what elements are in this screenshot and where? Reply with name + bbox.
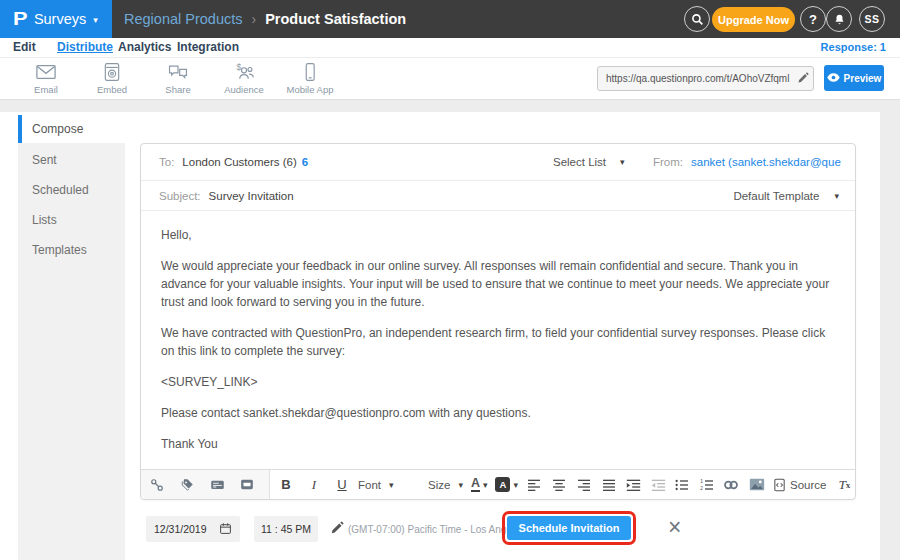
breadcrumb: Regional Products › Product Satisfaction	[124, 0, 406, 38]
top-bar: P Surveys ▾ Regional Products › Product …	[0, 0, 900, 38]
schedule-button-highlight: Schedule Invitation	[502, 511, 636, 545]
sidebar-item-compose[interactable]: Compose	[18, 115, 125, 143]
calendar-icon	[219, 522, 232, 537]
mobile-phone-icon	[277, 62, 343, 82]
tab-analytics[interactable]: Analytics	[118, 38, 171, 58]
time-value: 11 : 45 PM	[261, 523, 311, 535]
body-paragraph: We have contracted with QuestionPro, an …	[161, 324, 835, 360]
sidebar-item-lists[interactable]: Lists	[18, 205, 125, 235]
bold-button[interactable]: B	[278, 474, 294, 496]
body-paragraph: We would appreciate your feedback in our…	[161, 257, 835, 311]
email-body-editor[interactable]: Hello, We would appreciate your feedback…	[141, 211, 855, 468]
align-left-icon[interactable]	[526, 474, 542, 496]
tab-distribute[interactable]: Distribute	[57, 38, 113, 58]
body-paragraph: <SURVEY_LINK>	[161, 373, 835, 391]
pencil-icon	[797, 70, 809, 88]
hyperlink-icon[interactable]	[723, 474, 739, 496]
edit-time-button[interactable]	[330, 521, 344, 539]
survey-nav-tabs: Edit Distribute Analytics Integration Re…	[0, 38, 900, 58]
bell-icon	[833, 13, 846, 26]
editor-toolbar: B I U Font ▾ Size ▾ A ▾ A ▾	[141, 469, 855, 499]
recipients-row: To: London Customers (6) 6 Select List ▾…	[141, 144, 855, 181]
insert-tools-group	[141, 470, 270, 499]
select-list-dropdown[interactable]: Select List ▾	[553, 156, 625, 168]
schedule-date-field[interactable]: 12/31/2019	[146, 516, 240, 542]
bg-color-dropdown[interactable]: A ▾	[495, 477, 518, 492]
indent-icon[interactable]	[625, 474, 641, 496]
notifications-button[interactable]	[826, 6, 852, 32]
timezone-label: (GMT-07:00) Pacific Time - Los Angeles	[348, 524, 525, 535]
source-label: Source	[790, 479, 826, 491]
embed-icon	[79, 62, 145, 82]
schedule-time-field[interactable]: 11 : 45 PM	[254, 516, 318, 542]
body-paragraph: Thank You	[161, 435, 835, 453]
channel-audience[interactable]: $ Audience	[211, 62, 277, 95]
eye-icon	[827, 72, 840, 85]
justify-icon[interactable]	[601, 474, 617, 496]
subject-value[interactable]: Survey Invitation	[209, 190, 294, 202]
sidebar-item-sent[interactable]: Sent	[18, 145, 125, 175]
to-value[interactable]: London Customers (6)	[182, 156, 296, 168]
audience-icon: $	[211, 62, 277, 82]
insert-image-icon[interactable]	[749, 474, 765, 496]
survey-url-field[interactable]: https://qa.questionpro.com/t/AOhoVZfqml	[597, 66, 814, 91]
insert-link-icon[interactable]	[149, 474, 165, 496]
distribute-channel-toolbar: Email Embed Share $ Audience	[0, 58, 900, 100]
from-group: From: sanket (sanket.shekdar@ques...	[653, 156, 841, 168]
channel-email[interactable]: Email	[13, 62, 79, 95]
tab-edit[interactable]: Edit	[13, 38, 36, 58]
merge-tags-icon[interactable]	[179, 474, 195, 496]
underline-button[interactable]: U	[334, 474, 350, 496]
edit-url-button[interactable]	[793, 70, 813, 88]
bg-color-icon: A	[495, 477, 510, 492]
response-count[interactable]: Response: 1	[821, 38, 886, 58]
svg-text:2: 2	[700, 485, 703, 490]
sidebar-item-templates[interactable]: Templates	[18, 235, 125, 265]
help-button[interactable]: ?	[800, 6, 826, 32]
upgrade-now-button[interactable]: Upgrade Now	[712, 7, 795, 32]
remove-format-button[interactable]: Tx	[836, 474, 852, 496]
chevron-down-icon: ▾	[620, 157, 625, 167]
close-icon[interactable]: ×	[668, 512, 681, 542]
text-color-icon: A	[471, 477, 480, 492]
font-dropdown[interactable]: Font ▾	[358, 479, 420, 491]
size-dropdown[interactable]: Size ▾	[428, 479, 463, 491]
footer-card-icon[interactable]	[209, 474, 225, 496]
schedule-invitation-button[interactable]: Schedule Invitation	[507, 516, 631, 540]
source-button[interactable]: Source	[773, 474, 826, 496]
chevron-down-icon: ▾	[93, 15, 98, 25]
chevron-down-icon: ▾	[389, 480, 394, 490]
align-right-icon[interactable]	[576, 474, 592, 496]
app-window: P Surveys ▾ Regional Products › Product …	[0, 0, 900, 560]
breadcrumb-parent[interactable]: Regional Products	[124, 11, 243, 27]
to-label: To:	[159, 156, 174, 168]
compose-card: To: London Customers (6) 6 Select List ▾…	[140, 143, 856, 500]
questionpro-logo-icon: P	[13, 8, 28, 30]
button-widget-icon[interactable]	[239, 474, 255, 496]
text-color-dropdown[interactable]: A ▾	[471, 477, 488, 492]
breadcrumb-current: Product Satisfaction	[265, 11, 406, 27]
surveys-menu[interactable]: P Surveys ▾	[0, 0, 112, 38]
text-style-group: B I U	[278, 474, 350, 496]
product-label: Surveys	[34, 11, 86, 27]
align-center-icon[interactable]	[551, 474, 567, 496]
channel-mobile-app[interactable]: Mobile App	[277, 62, 343, 95]
select-list-label: Select List	[553, 156, 606, 168]
channel-share[interactable]: Share	[145, 62, 211, 95]
preview-button[interactable]: Preview	[824, 65, 884, 91]
bullet-list-icon[interactable]	[674, 474, 690, 496]
from-value-link[interactable]: sanket (sanket.shekdar@ques...	[691, 156, 841, 168]
italic-button[interactable]: I	[306, 474, 322, 496]
question-mark-icon: ?	[809, 12, 817, 27]
outdent-icon[interactable]	[650, 474, 666, 496]
template-dropdown[interactable]: Default Template ▾	[733, 190, 839, 202]
tab-integration[interactable]: Integration	[177, 38, 239, 58]
search-button[interactable]	[684, 6, 710, 32]
subject-row: Subject: Survey Invitation Default Templ…	[141, 181, 855, 211]
recipient-count-link[interactable]: 6	[302, 156, 308, 168]
sidebar-item-scheduled[interactable]: Scheduled	[18, 175, 125, 205]
user-avatar[interactable]: SS	[859, 6, 885, 32]
template-label: Default Template	[733, 190, 819, 202]
numbered-list-icon[interactable]: 12	[699, 474, 715, 496]
channel-embed[interactable]: Embed	[79, 62, 145, 95]
